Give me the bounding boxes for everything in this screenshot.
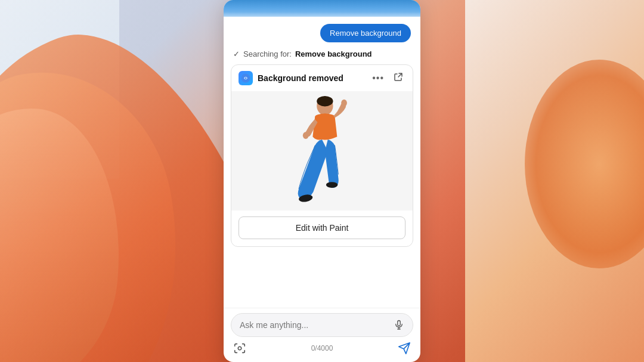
ask-input[interactable] bbox=[240, 320, 389, 330]
remove-background-button[interactable]: Remove background bbox=[320, 24, 411, 42]
more-options-button[interactable]: ••• bbox=[370, 72, 386, 85]
svg-point-5 bbox=[303, 132, 309, 139]
search-query-text: Remove background bbox=[295, 49, 372, 58]
remove-bg-section: Remove background bbox=[224, 17, 420, 47]
person-figure bbox=[231, 91, 413, 211]
result-card-title: Background removed bbox=[258, 73, 365, 83]
microphone-button[interactable] bbox=[394, 320, 404, 330]
app-icon bbox=[239, 71, 253, 85]
svg-point-7 bbox=[326, 182, 338, 188]
svg-point-4 bbox=[341, 99, 347, 106]
bottom-input-area: 0/4000 bbox=[224, 308, 420, 362]
edit-paint-section: Edit with Paint bbox=[231, 211, 413, 246]
external-link-button[interactable] bbox=[391, 71, 405, 85]
panel-container: Remove background ✓ Searching for: Remov… bbox=[224, 0, 420, 362]
top-image-strip bbox=[224, 0, 420, 17]
svg-rect-8 bbox=[398, 321, 401, 326]
svg-point-1 bbox=[245, 78, 247, 79]
copilot-panel: Remove background ✓ Searching for: Remov… bbox=[224, 0, 420, 362]
person-svg bbox=[274, 93, 370, 209]
search-status-label: Searching for: bbox=[243, 49, 292, 58]
edit-with-paint-button[interactable]: Edit with Paint bbox=[239, 216, 405, 239]
result-card: Background removed ••• bbox=[231, 64, 413, 247]
svg-point-3 bbox=[317, 95, 333, 106]
flex-spacer bbox=[224, 253, 420, 308]
svg-point-11 bbox=[238, 346, 242, 350]
result-card-header: Background removed ••• bbox=[231, 65, 413, 91]
desktop-right-bg bbox=[465, 0, 644, 362]
screenshot-button[interactable] bbox=[233, 342, 246, 355]
check-icon: ✓ bbox=[233, 49, 240, 58]
send-button[interactable] bbox=[398, 342, 411, 355]
char-count: 0/4000 bbox=[311, 344, 333, 352]
ask-input-box bbox=[231, 313, 413, 337]
bottom-toolbar: 0/4000 bbox=[231, 342, 413, 355]
search-status: ✓ Searching for: Remove background bbox=[224, 47, 420, 64]
bg-removed-image bbox=[231, 91, 413, 211]
